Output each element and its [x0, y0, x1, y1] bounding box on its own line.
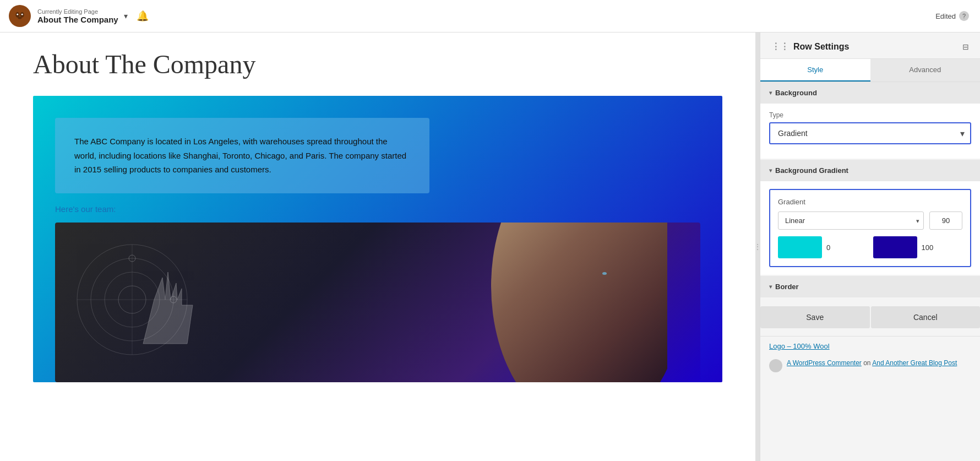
help-icon[interactable]: ?: [959, 11, 969, 21]
background-section: ▾ Background Type Gradient ▾: [760, 82, 980, 159]
main-layout: About The Company The ABC Company is loc…: [0, 32, 980, 461]
background-section-content: Type Gradient ▾: [760, 104, 980, 159]
gradient-degree-input[interactable]: [929, 211, 962, 230]
hero-team-label: Here's our team:: [55, 204, 700, 214]
cancel-button[interactable]: Cancel: [871, 306, 981, 328]
sidebar-tabs: Style Advanced: [760, 59, 980, 82]
tab-advanced[interactable]: Advanced: [870, 59, 981, 82]
comment-avatar: [769, 359, 782, 372]
type-select-wrapper: Gradient ▾: [769, 122, 971, 144]
background-gradient-content: Gradient Linear ▾ 0: [760, 181, 980, 275]
color-swatch-1[interactable]: [778, 236, 822, 258]
sidebar-links: Logo – 100% Wool A WordPress Commenter o…: [760, 336, 980, 382]
hero-image-container: [55, 223, 700, 382]
gradient-type-select[interactable]: Linear: [778, 211, 924, 230]
edited-label: Edited: [935, 12, 956, 20]
topbar-edited: Edited ?: [935, 11, 969, 21]
border-label: Border: [775, 283, 799, 291]
background-section-header[interactable]: ▾ Background: [760, 82, 980, 104]
color-stop-1-value: 0: [826, 243, 843, 252]
type-row: Type Gradient ▾: [769, 111, 971, 144]
save-button[interactable]: Save: [760, 306, 870, 328]
minimize-icon[interactable]: ⊟: [962, 42, 969, 51]
eye-highlight: [602, 272, 607, 275]
color-stops: 0 100: [778, 236, 962, 258]
border-chevron-icon: ▾: [769, 284, 772, 290]
drag-handle-icon[interactable]: ⋮⋮: [771, 41, 789, 52]
background-label: Background: [775, 89, 817, 97]
sidebar-title: ⋮⋮ Row Settings: [771, 41, 849, 52]
border-section-header[interactable]: ▾ Border: [760, 276, 980, 297]
svg-point-0: [13, 9, 26, 23]
gradient-controls: Linear ▾: [778, 211, 962, 230]
background-chevron-icon: ▾: [769, 90, 772, 96]
svg-point-3: [17, 14, 18, 15]
background-gradient-header[interactable]: ▾ Background Gradient: [760, 160, 980, 181]
row-settings-label: Row Settings: [793, 42, 849, 52]
color-stop-1: 0: [778, 236, 868, 258]
topbar-chevron-icon[interactable]: ▾: [124, 12, 128, 20]
comment-on-label: on: [863, 359, 872, 367]
type-select[interactable]: Gradient: [769, 122, 971, 144]
gradient-inner-label: Gradient: [778, 198, 962, 206]
hero-section: The ABC Company is located in Los Angele…: [33, 96, 722, 382]
topbar-text: Currently Editing Page About The Company: [37, 8, 118, 24]
comment-text: A WordPress Commenter on And Another Gre…: [787, 358, 957, 368]
gradient-type-select-wrapper: Linear ▾: [778, 211, 924, 230]
background-gradient-label: Background Gradient: [775, 166, 848, 175]
comment-row: A WordPress Commenter on And Another Gre…: [769, 354, 971, 377]
comment-post-link[interactable]: And Another Great Blog Post: [872, 359, 957, 367]
person-silhouette: [491, 223, 667, 382]
page-title: About The Company: [33, 49, 722, 79]
topbar: Currently Editing Page About The Company…: [0, 0, 980, 32]
gradient-chevron-icon: ▾: [769, 167, 772, 173]
tab-style[interactable]: Style: [760, 59, 870, 82]
background-gradient-section: ▾ Background Gradient Gradient Linear ▾: [760, 160, 980, 275]
svg-point-5: [18, 17, 22, 19]
hero-image: [55, 223, 700, 382]
hero-text-box: The ABC Company is located in Los Angele…: [55, 118, 429, 193]
type-label: Type: [769, 111, 971, 119]
sidebar-drag-bar[interactable]: [755, 32, 760, 461]
comment-author-link[interactable]: A WordPress Commenter: [787, 359, 862, 367]
svg-point-4: [21, 14, 23, 15]
topbar-bell-icon[interactable]: 🔔: [137, 10, 149, 22]
topbar-subtitle: Currently Editing Page: [37, 8, 118, 15]
sidebar-actions: Save Cancel: [760, 299, 980, 336]
hero-body-text: The ABC Company is located in Los Angele…: [74, 134, 410, 177]
logo-link[interactable]: Logo – 100% Wool: [769, 342, 971, 350]
color-stop-2-value: 100: [922, 243, 938, 252]
color-swatch-2[interactable]: [873, 236, 917, 258]
content-area: About The Company The ABC Company is loc…: [0, 32, 755, 461]
sidebar: ⋮⋮ Row Settings ⊟ Style Advanced ▾ Backg…: [760, 32, 980, 461]
topbar-title: About The Company: [37, 15, 118, 24]
gradient-outer-box: Gradient Linear ▾ 0: [769, 189, 971, 267]
row-settings-header: ⋮⋮ Row Settings ⊟: [760, 32, 980, 59]
hand-graphic: [110, 256, 209, 355]
site-logo: [9, 5, 31, 27]
color-stop-2: 100: [873, 236, 963, 258]
border-section: ▾ Border: [760, 276, 980, 297]
